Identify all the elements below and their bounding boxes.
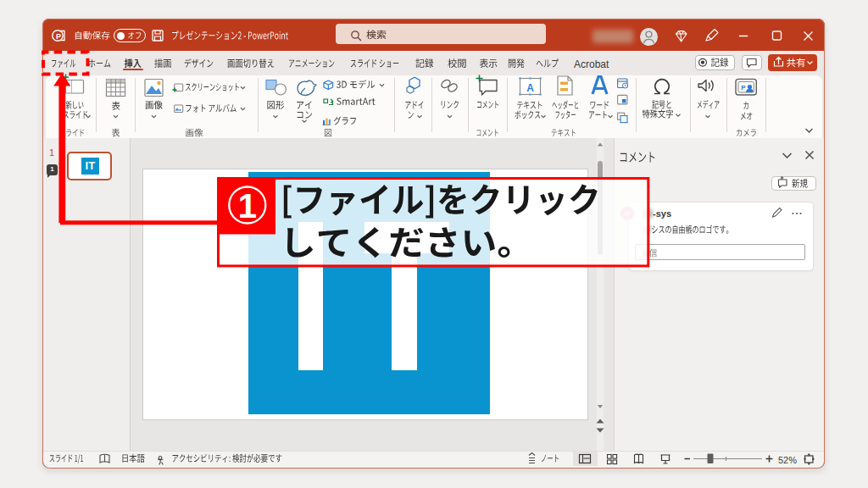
svg-text:P: P [56,32,61,41]
svg-text:P: P [741,84,746,92]
svg-text:1: 1 [238,187,257,225]
svg-text:A: A [526,82,534,94]
